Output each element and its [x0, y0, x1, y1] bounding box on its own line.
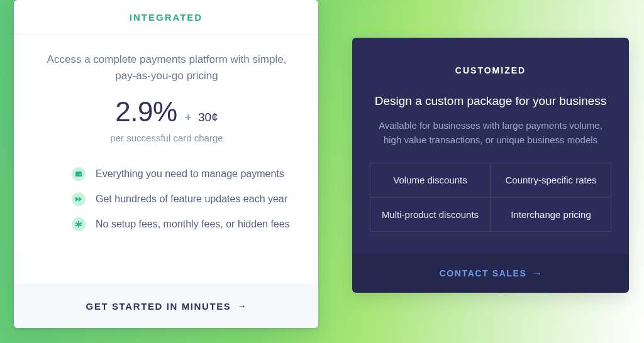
- integrated-pricing-line: 2.9% + 30¢: [40, 96, 293, 128]
- integrated-title: INTEGRATED: [130, 12, 203, 23]
- feature-text: Get hundreds of feature updates each yea…: [96, 193, 287, 205]
- integrated-cta-button[interactable]: GET STARTED IN MINUTES →: [14, 284, 318, 328]
- grid-cell: Volume discounts: [370, 163, 491, 197]
- customized-heading: Design a custom package for your busines…: [370, 94, 611, 108]
- customized-card-header: CUSTOMIZED: [352, 38, 629, 79]
- customized-description: Available for businesses with large paym…: [370, 118, 611, 148]
- asterisk-icon: [72, 217, 86, 231]
- customized-cta-label: CONTACT SALES: [440, 268, 527, 278]
- wallet-icon: [72, 167, 86, 181]
- feature-text: No setup fees, monthly fees, or hidden f…: [96, 219, 290, 230]
- arrow-right-icon: →: [237, 301, 246, 311]
- grid-cell: Interchange pricing: [491, 197, 611, 232]
- grid-cell: Multi-product discounts: [370, 197, 491, 232]
- feature-item: Everything you need to manage payments: [72, 167, 293, 181]
- pricing-cents: 30¢: [198, 111, 218, 124]
- forward-icon: [72, 192, 86, 206]
- feature-item: No setup fees, monthly fees, or hidden f…: [72, 217, 293, 231]
- pricing-plus: +: [185, 111, 192, 124]
- grid-cell: Country-specific rates: [491, 163, 611, 197]
- svg-point-2: [80, 174, 81, 175]
- feature-text: Everything you need to manage payments: [96, 168, 284, 180]
- integrated-pricing-card: INTEGRATED Access a complete payments pl…: [14, 0, 318, 328]
- svg-rect-1: [75, 172, 82, 173]
- pricing-percent: 2.9%: [115, 96, 177, 127]
- customized-feature-grid: Volume discounts Country-specific rates …: [370, 163, 611, 232]
- feature-item: Get hundreds of feature updates each yea…: [72, 192, 293, 206]
- integrated-description: Access a complete payments platform with…: [40, 52, 293, 84]
- customized-cta-button[interactable]: CONTACT SALES →: [352, 254, 629, 293]
- customized-title: CUSTOMIZED: [455, 65, 526, 75]
- customized-card-body: Design a custom package for your busines…: [352, 79, 629, 254]
- integrated-card-body: Access a complete payments platform with…: [14, 35, 318, 284]
- integrated-card-header: INTEGRATED: [14, 0, 318, 35]
- arrow-right-icon: →: [533, 268, 541, 278]
- feature-list: Everything you need to manage payments G…: [40, 167, 293, 242]
- customized-pricing-card: CUSTOMIZED Design a custom package for y…: [352, 38, 629, 293]
- integrated-cta-label: GET STARTED IN MINUTES: [86, 301, 231, 312]
- pricing-per-charge: per successful card charge: [40, 133, 293, 143]
